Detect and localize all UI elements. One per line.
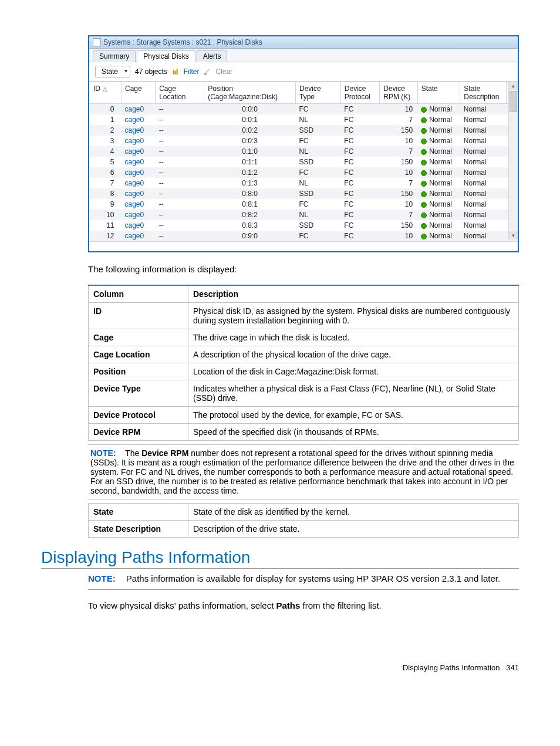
state-dropdown[interactable]: State (95, 66, 130, 77)
col-device-type[interactable]: Device Type (295, 82, 340, 104)
desc-row: PositionLocation of the disk in Cage:Mag… (89, 363, 519, 380)
filter-link[interactable]: Filter (184, 67, 200, 76)
cell-device-rpm: 7 (380, 178, 417, 188)
col-id[interactable]: ID△ (90, 82, 122, 104)
cell-cage-location: -- (156, 157, 204, 167)
desc-text: The drive cage in which the disk is loca… (188, 329, 519, 346)
cell-device-type: FC (295, 199, 340, 210)
footer-page-number: 341 (506, 663, 519, 672)
cell-cage[interactable]: cage0 (122, 167, 156, 178)
cell-position: 0:8:0 (204, 188, 296, 199)
col-device-rpm[interactable]: Device RPM (K) (380, 82, 417, 104)
cell-cage[interactable]: cage0 (122, 136, 156, 146)
cell-state: Normal (417, 199, 460, 210)
cell-cage[interactable]: cage0 (122, 188, 156, 199)
cell-state: Normal (417, 220, 460, 231)
filter-bar: State 47 objects Filter Clear (89, 62, 518, 82)
clear-link[interactable]: Clear (215, 67, 232, 76)
col-position[interactable]: Position(Cage:Magazine:Disk) (204, 82, 296, 104)
para-pre: To view physical disks' paths informatio… (88, 600, 276, 610)
tab-physical-disks[interactable]: Physical Disks (137, 50, 195, 62)
cell-cage[interactable]: cage0 (122, 178, 156, 188)
cell-cage[interactable]: cage0 (122, 231, 156, 242)
cell-state: Normal (417, 188, 460, 199)
desc-label: Position (89, 363, 188, 380)
table-row[interactable]: 6cage0--0:1:2FCFC10NormalNormal (90, 167, 518, 178)
cell-state-desc: Normal (460, 220, 507, 231)
cell-device-rpm: 150 (380, 220, 417, 231)
col-header-description: Description (188, 285, 519, 303)
desc-text: Description of the drive state. (188, 520, 519, 537)
cell-device-rpm: 150 (380, 188, 417, 199)
cell-cage[interactable]: cage0 (122, 199, 156, 210)
cell-position: 0:1:2 (204, 167, 296, 178)
table-row[interactable]: 8cage0--0:8:0SSDFC150NormalNormal (90, 188, 518, 199)
table-row[interactable]: 10cage0--0:8:2NLFC7NormalNormal (90, 210, 518, 220)
scroll-up-icon[interactable]: ▴ (509, 82, 518, 90)
table-row[interactable]: 2cage0--0:0:2SSDFC150NormalNormal (90, 125, 518, 136)
col-state-desc[interactable]: State Description (460, 82, 507, 104)
tab-alerts[interactable]: Alerts (197, 50, 228, 62)
title-text: Systems : Storage Systems : s021 : Physi… (103, 38, 262, 46)
cell-cage-location: -- (156, 188, 204, 199)
note-text-2: Paths information is available for displ… (126, 573, 500, 583)
status-dot-icon (421, 181, 427, 187)
cell-cage-location: -- (156, 125, 204, 136)
cell-device-type: SSD (295, 220, 340, 231)
cell-cage[interactable]: cage0 (122, 157, 156, 167)
desc-text: The protocol used by the device, for exa… (188, 406, 519, 423)
scroll-thumb[interactable] (510, 91, 517, 112)
col-cage-location[interactable]: Cage Location (156, 82, 204, 104)
cell-device-protocol: FC (340, 220, 379, 231)
status-dot-icon (421, 117, 427, 123)
cell-cage[interactable]: cage0 (122, 146, 156, 157)
cell-position: 0:1:0 (204, 146, 296, 157)
cell-cage[interactable]: cage0 (122, 220, 156, 231)
desc-row: Device TypeIndicates whether a physical … (89, 380, 519, 406)
physical-disks-grid: ID△ Cage Cage Location Position(Cage:Mag… (89, 82, 518, 251)
cell-cage[interactable]: cage0 (122, 125, 156, 136)
sort-indicator-icon: △ (103, 86, 107, 92)
scrollbar[interactable]: ▴ ▾ (508, 82, 518, 239)
section-heading: Displaying Paths Information (41, 548, 519, 569)
table-row[interactable]: 12cage0--0:9:0FCFC10NormalNormal (90, 231, 518, 242)
tab-summary[interactable]: Summary (93, 50, 136, 62)
cell-cage[interactable]: cage0 (122, 210, 156, 220)
blank-row (90, 242, 518, 251)
scroll-down-icon[interactable]: ▾ (509, 231, 518, 239)
page-footer: Displaying Paths Information 341 (41, 663, 519, 672)
cell-device-rpm: 10 (380, 136, 417, 146)
status-dot-icon (421, 128, 427, 134)
table-row[interactable]: 9cage0--0:8:1FCFC10NormalNormal (90, 199, 518, 210)
desc-text: Indicates whether a physical disk is a F… (188, 380, 519, 406)
col-device-protocol[interactable]: Device Protocol (340, 82, 379, 104)
cell-device-protocol: FC (340, 231, 379, 242)
col-cage[interactable]: Cage (122, 82, 156, 104)
table-row[interactable]: 0cage0--0:0:0FCFC10NormalNormal (90, 104, 518, 115)
table-row[interactable]: 4cage0--0:1:0NLFC7NormalNormal (90, 146, 518, 157)
desc-text: Physical disk ID, as assigned by the sys… (188, 302, 519, 329)
cell-cage-location: -- (156, 146, 204, 157)
desc-row: Device RPMSpeed of the specified disk (i… (89, 423, 519, 440)
cell-cage[interactable]: cage0 (122, 114, 156, 125)
col-header-column: Column (89, 285, 188, 303)
cell-state: Normal (417, 231, 460, 242)
cell-device-protocol: FC (340, 188, 379, 199)
cell-cage[interactable]: cage0 (122, 104, 156, 115)
table-row[interactable]: 7cage0--0:1:3NLFC7NormalNormal (90, 178, 518, 188)
desc-row: Device ProtocolThe protocol used by the … (89, 406, 519, 423)
desc-label: ID (89, 302, 188, 329)
svg-rect-1 (174, 71, 176, 75)
desc-row: CageThe drive cage in which the disk is … (89, 329, 519, 346)
header-row: ID△ Cage Cage Location Position(Cage:Mag… (90, 82, 518, 104)
col-state[interactable]: State (417, 82, 460, 104)
filter-icon (172, 67, 179, 76)
desc-label: State Description (89, 520, 188, 537)
cell-cage-location: -- (156, 136, 204, 146)
table-row[interactable]: 11cage0--0:8:3SSDFC150NormalNormal (90, 220, 518, 231)
table-row[interactable]: 1cage0--0:0:1NLFC7NormalNormal (90, 114, 518, 125)
cell-position: 0:1:1 (204, 157, 296, 167)
note-label-2: NOTE: (88, 573, 116, 583)
table-row[interactable]: 5cage0--0:1:1SSDFC150NormalNormal (90, 157, 518, 167)
table-row[interactable]: 3cage0--0:0:3FCFC10NormalNormal (90, 136, 518, 146)
